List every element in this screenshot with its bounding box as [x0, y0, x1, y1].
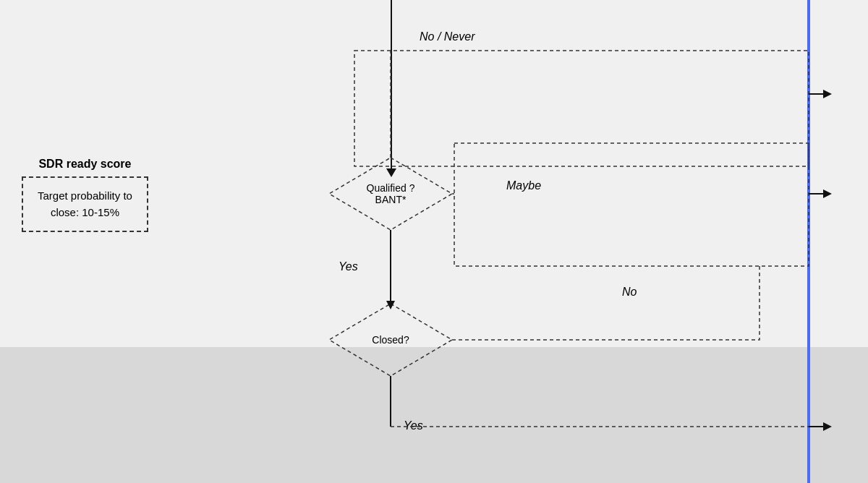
vertical-entry-arrow [391, 0, 392, 170]
no-never-arrow [823, 90, 832, 98]
label-no-2: No [622, 286, 637, 299]
sdr-score-line2: close: 10-15% [51, 206, 119, 218]
flow-diagram-svg [0, 0, 868, 483]
qualified-line1: Qualified ? [367, 182, 415, 194]
sdr-score-box: SDR ready score Target probability to cl… [22, 158, 148, 232]
no-loop-path [452, 266, 760, 340]
label-maybe: Maybe [506, 179, 541, 192]
maybe-arrow [823, 189, 832, 198]
label-yes-2: Yes [404, 419, 423, 432]
yes-arrow [823, 422, 832, 431]
closed-label: Closed? [372, 334, 409, 346]
no-never-box [354, 51, 809, 166]
flowchart-canvas: SDR ready score Target probability to cl… [0, 0, 868, 483]
diamond-closed-label: Closed? [329, 304, 452, 376]
diamond-closed-shape [329, 304, 452, 376]
maybe-box [454, 143, 809, 266]
qualified-to-closed-arrowhead [386, 301, 395, 309]
sdr-score-content: Target probability to close: 10-15% [22, 176, 148, 232]
blue-vertical-line [807, 0, 810, 483]
label-yes-1: Yes [339, 260, 358, 273]
sdr-score-line1: Target probability to [38, 189, 132, 202]
qualified-line2: BANT* [375, 194, 407, 205]
label-no-never: No / Never [420, 30, 475, 43]
sdr-score-title: SDR ready score [22, 158, 148, 171]
